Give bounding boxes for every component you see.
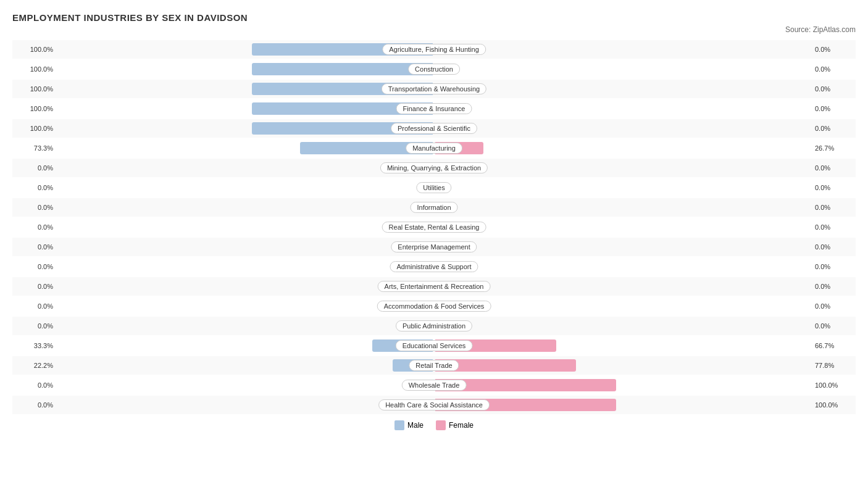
left-bar-area: [56, 219, 434, 236]
left-bar-area: [56, 159, 434, 177]
left-value: 0.0%: [12, 223, 56, 231]
left-bar-area: [56, 199, 434, 216]
male-bar: [252, 63, 433, 75]
female-bar: [435, 359, 576, 372]
chart-row: 0.0% Arts, Entertainment & Recreation 0.…: [12, 277, 856, 296]
chart-row: 73.3% Manufacturing 26.7%: [12, 139, 856, 157]
legend-male: Male: [394, 420, 424, 430]
chart-row: 0.0% Mining, Quarrying, & Extraction 0.0…: [12, 159, 856, 177]
male-bar: [252, 102, 433, 115]
male-bar: [372, 339, 433, 352]
left-value: 100.0%: [12, 105, 56, 112]
right-bar-area: [434, 159, 812, 177]
bars-wrapper: Agriculture, Fishing & Hunting: [56, 41, 812, 58]
left-value: 0.0%: [12, 164, 56, 172]
legend-female-box: [436, 420, 446, 430]
left-bar-area: [56, 357, 434, 374]
right-value: 0.0%: [812, 263, 856, 270]
left-value: 100.0%: [12, 85, 56, 93]
right-bar-area: [434, 337, 812, 354]
chart-row: 100.0% Construction 0.0%: [12, 60, 856, 78]
chart-row: 100.0% Professional & Scientific 0.0%: [12, 119, 856, 138]
left-bar-area: [56, 337, 434, 354]
left-bar-area: [56, 278, 434, 295]
right-bar-area: [434, 219, 812, 236]
chart-row: 0.0% Utilities 0.0%: [12, 178, 856, 197]
right-bar-area: [434, 357, 812, 374]
bars-wrapper: Arts, Entertainment & Recreation: [56, 278, 812, 295]
right-value: 0.0%: [812, 164, 856, 172]
bars-wrapper: Enterprise Management: [56, 238, 812, 256]
right-value: 100.0%: [812, 401, 856, 409]
bars-wrapper: Retail Trade: [56, 357, 812, 374]
legend: Male Female: [12, 420, 856, 430]
right-bar-area: [434, 140, 812, 157]
male-bar: [252, 83, 433, 95]
chart-row: 0.0% Public Administration 0.0%: [12, 317, 856, 335]
right-value: 0.0%: [812, 283, 856, 290]
left-value: 0.0%: [12, 283, 56, 290]
chart-row: 0.0% Health Care & Social Assistance 100…: [12, 396, 856, 414]
bars-wrapper: Mining, Quarrying, & Extraction: [56, 159, 812, 177]
right-value: 100.0%: [812, 381, 856, 389]
left-value: 73.3%: [12, 144, 56, 152]
male-bar: [300, 142, 433, 154]
right-bar-area: [434, 60, 812, 78]
chart-row: 100.0% Agriculture, Fishing & Hunting 0.…: [12, 40, 856, 59]
legend-female-label: Female: [449, 421, 474, 430]
right-value: 26.7%: [812, 144, 856, 152]
chart-row: 33.3% Educational Services 66.7%: [12, 336, 856, 355]
source-label: Source: ZipAtlas.com: [12, 25, 856, 34]
right-bar-area: [434, 199, 812, 216]
right-bar-area: [434, 396, 812, 414]
right-bar-area: [434, 298, 812, 315]
bars-wrapper: Public Administration: [56, 317, 812, 335]
chart-row: 100.0% Finance & Insurance 0.0%: [12, 99, 856, 118]
bars-wrapper: Manufacturing: [56, 140, 812, 157]
bars-wrapper: Accommodation & Food Services: [56, 298, 812, 315]
legend-male-label: Male: [407, 421, 424, 430]
left-value: 100.0%: [12, 65, 56, 73]
bars-wrapper: Educational Services: [56, 337, 812, 354]
male-bar: [252, 122, 433, 135]
right-value: 0.0%: [812, 322, 856, 330]
right-bar-area: [434, 377, 812, 394]
right-value: 66.7%: [812, 342, 856, 349]
chart-row: 100.0% Transportation & Warehousing 0.0%: [12, 80, 856, 98]
right-bar-area: [434, 179, 812, 196]
right-value: 0.0%: [812, 243, 856, 251]
right-value: 0.0%: [812, 65, 856, 73]
right-value: 0.0%: [812, 184, 856, 191]
left-value: 0.0%: [12, 322, 56, 330]
left-bar-area: [56, 238, 434, 256]
left-bar-area: [56, 179, 434, 196]
male-bar: [393, 359, 433, 372]
left-value: 0.0%: [12, 381, 56, 389]
chart-container: 100.0% Agriculture, Fishing & Hunting 0.…: [12, 40, 856, 414]
right-bar-area: [434, 120, 812, 137]
male-bar: [252, 43, 433, 56]
right-bar-area: [434, 41, 812, 58]
left-value: 0.0%: [12, 263, 56, 270]
left-bar-area: [56, 396, 434, 414]
right-value: 77.8%: [812, 362, 856, 369]
left-value: 100.0%: [12, 125, 56, 132]
female-bar: [435, 142, 483, 154]
left-bar-area: [56, 140, 434, 157]
bars-wrapper: Construction: [56, 60, 812, 78]
chart-title: EMPLOYMENT INDUSTRIES BY SEX IN DAVIDSON: [12, 12, 856, 23]
bars-wrapper: Health Care & Social Assistance: [56, 396, 812, 414]
left-bar-area: [56, 377, 434, 394]
legend-male-box: [394, 420, 404, 430]
chart-row: 22.2% Retail Trade 77.8%: [12, 356, 856, 375]
chart-row: 0.0% Wholesale Trade 100.0%: [12, 376, 856, 394]
female-bar: [435, 399, 616, 411]
legend-female: Female: [436, 420, 474, 430]
left-value: 0.0%: [12, 302, 56, 310]
bars-wrapper: Finance & Insurance: [56, 100, 812, 117]
bars-wrapper: Transportation & Warehousing: [56, 80, 812, 98]
right-bar-area: [434, 100, 812, 117]
right-bar-area: [434, 317, 812, 335]
chart-row: 0.0% Information 0.0%: [12, 198, 856, 217]
right-value: 0.0%: [812, 125, 856, 132]
